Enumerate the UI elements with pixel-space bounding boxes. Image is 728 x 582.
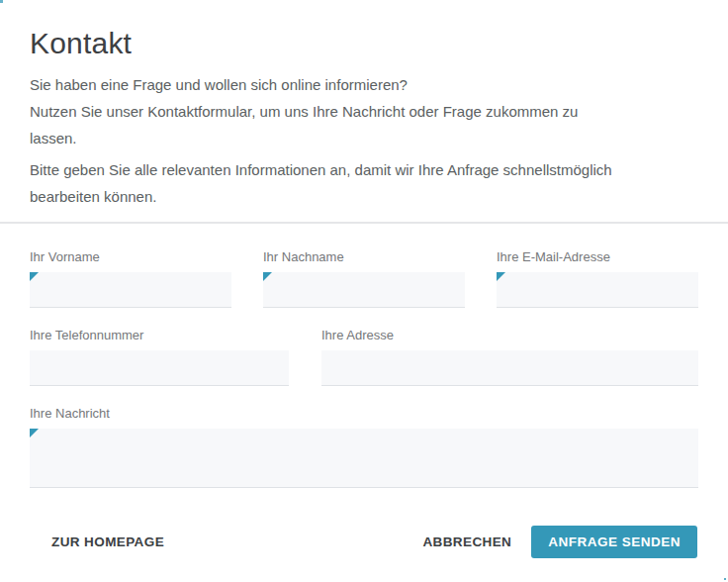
message-label: Ihre Nachricht — [30, 406, 698, 422]
submit-button[interactable]: ANFRAGE SENDEN — [531, 526, 697, 558]
intro-line-1: Sie haben eine Frage und wollen sich onl… — [30, 71, 698, 98]
contact-dialog: Kontakt Sie haben eine Frage und wollen … — [0, 0, 728, 582]
intro-line-3: lassen. — [30, 125, 698, 151]
field-address: Ihre Adresse — [321, 328, 698, 386]
first-name-input-wrap — [30, 272, 231, 308]
field-phone: Ihre Telefonnummer — [30, 328, 289, 386]
last-name-input-wrap — [263, 272, 465, 308]
field-first-name: Ihr Vorname — [30, 249, 231, 308]
field-message: Ihre Nachricht — [30, 406, 698, 488]
corner-mark-bottom-right-icon — [724, 578, 726, 580]
email-label: Ihre E-Mail-Adresse — [497, 249, 698, 265]
note-line-2: bearbeiten können. — [30, 183, 698, 210]
form-row-contact: Ihre Telefonnummer Ihre Adresse — [30, 328, 698, 386]
corner-mark-top-left-icon — [0, 0, 3, 3]
page-title: Kontakt — [30, 26, 698, 61]
address-label: Ihre Adresse — [321, 328, 698, 343]
last-name-label: Ihr Nachname — [263, 249, 465, 265]
first-name-label: Ihr Vorname — [30, 249, 231, 265]
email-input-wrap — [497, 272, 698, 308]
email-input[interactable] — [497, 272, 698, 308]
intro-line-2: Nutzen Sie unser Kontaktformular, um uns… — [30, 98, 698, 125]
last-name-input[interactable] — [263, 272, 465, 308]
phone-input[interactable] — [30, 350, 289, 386]
note-paragraph: Bitte geben Sie alle relevanten Informat… — [30, 156, 698, 210]
field-last-name: Ihr Nachname — [263, 249, 465, 308]
action-bar-right: ABBRECHEN ANFRAGE SENDEN — [420, 526, 697, 558]
address-input-wrap — [321, 350, 698, 386]
form-row-message: Ihre Nachricht — [30, 406, 698, 488]
contact-form: Ihr Vorname Ihr Nachname Ihre E-Mail-Adr… — [0, 224, 728, 488]
form-row-names: Ihr Vorname Ihr Nachname Ihre E-Mail-Adr… — [30, 249, 698, 308]
phone-input-wrap — [30, 350, 289, 386]
intro-paragraph: Sie haben eine Frage und wollen sich onl… — [30, 71, 698, 151]
homepage-button[interactable]: ZUR HOMEPAGE — [49, 527, 166, 557]
note-line-1: Bitte geben Sie alle relevanten Informat… — [30, 156, 698, 183]
phone-label: Ihre Telefonnummer — [30, 328, 289, 343]
field-email: Ihre E-Mail-Adresse — [497, 249, 698, 308]
message-input-wrap — [30, 429, 698, 488]
message-textarea[interactable] — [30, 429, 698, 488]
cancel-button[interactable]: ABBRECHEN — [420, 527, 513, 557]
address-input[interactable] — [321, 350, 698, 386]
first-name-input[interactable] — [30, 272, 231, 308]
action-bar: ZUR HOMEPAGE ABBRECHEN ANFRAGE SENDEN — [0, 526, 728, 558]
intro-section: Kontakt Sie haben eine Frage und wollen … — [0, 0, 728, 210]
